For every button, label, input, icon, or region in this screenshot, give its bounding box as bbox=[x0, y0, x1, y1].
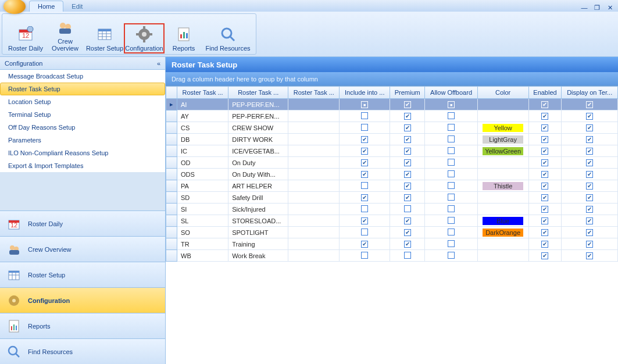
cell-name[interactable]: ICE/VEGETAB... bbox=[228, 145, 288, 157]
checkbox-cell[interactable] bbox=[528, 145, 562, 157]
checkbox-cell[interactable] bbox=[562, 134, 618, 145]
sidebar-item[interactable]: Terminal Setup bbox=[0, 108, 165, 121]
sidebar-item[interactable]: Roster Task Setup bbox=[0, 83, 165, 95]
ribbon-reports[interactable]: Reports bbox=[164, 24, 203, 53]
collapse-chevron-icon[interactable]: « bbox=[157, 60, 160, 67]
ribbon-configuration[interactable]: Configuration bbox=[124, 24, 164, 53]
cell-code[interactable]: DB bbox=[177, 134, 228, 145]
cell-name[interactable]: SPOTLIGHT bbox=[228, 227, 288, 238]
column-header[interactable]: Color bbox=[477, 87, 528, 99]
checkbox-cell[interactable] bbox=[528, 99, 562, 110]
table-row[interactable]: SISick/Injured bbox=[166, 204, 618, 215]
checkbox-cell[interactable] bbox=[340, 250, 390, 262]
checkbox-cell[interactable] bbox=[562, 110, 618, 122]
table-row[interactable]: PAART HELPERThistle bbox=[166, 180, 618, 192]
checkbox-cell[interactable] bbox=[390, 134, 425, 145]
cell-extra[interactable] bbox=[288, 157, 340, 169]
checkbox-cell[interactable] bbox=[562, 145, 618, 157]
checkbox-cell[interactable] bbox=[390, 122, 425, 134]
cell-extra[interactable] bbox=[288, 227, 340, 238]
checkbox-cell[interactable] bbox=[425, 110, 477, 122]
checkbox-cell[interactable] bbox=[528, 169, 562, 180]
checkbox-cell[interactable] bbox=[528, 192, 562, 204]
checkbox-cell[interactable] bbox=[340, 157, 390, 169]
checkbox-cell[interactable] bbox=[562, 250, 618, 262]
cell-color[interactable]: DarkOrange bbox=[477, 227, 528, 238]
checkbox-cell[interactable] bbox=[340, 99, 390, 110]
ribbon-crew-overview[interactable]: Crew Overview bbox=[45, 17, 85, 53]
checkbox-cell[interactable] bbox=[562, 238, 618, 250]
cell-name[interactable]: Work Break bbox=[228, 250, 288, 262]
cell-color[interactable]: YellowGreen bbox=[477, 145, 528, 157]
cell-extra[interactable] bbox=[288, 169, 340, 180]
table-row[interactable]: ODSOn Duty With... bbox=[166, 169, 618, 180]
checkbox-cell[interactable] bbox=[425, 204, 477, 215]
nav-item[interactable]: Roster Setup bbox=[0, 262, 165, 287]
cell-color[interactable] bbox=[477, 110, 528, 122]
checkbox-cell[interactable] bbox=[528, 215, 562, 227]
checkbox-cell[interactable] bbox=[340, 192, 390, 204]
checkbox-cell[interactable] bbox=[390, 250, 425, 262]
cell-extra[interactable] bbox=[288, 238, 340, 250]
checkbox-cell[interactable] bbox=[390, 204, 425, 215]
checkbox-cell[interactable] bbox=[562, 169, 618, 180]
ribbon-roster-daily[interactable]: 12 Roster Daily bbox=[6, 24, 45, 53]
checkbox-cell[interactable] bbox=[528, 238, 562, 250]
cell-code[interactable]: SL bbox=[177, 215, 228, 227]
restore-icon[interactable]: ❐ bbox=[592, 3, 602, 12]
checkbox-cell[interactable] bbox=[562, 215, 618, 227]
cell-color[interactable]: Thistle bbox=[477, 180, 528, 192]
checkbox-cell[interactable] bbox=[340, 145, 390, 157]
cell-extra[interactable] bbox=[288, 134, 340, 145]
cell-name[interactable]: Training bbox=[228, 238, 288, 250]
checkbox-cell[interactable] bbox=[340, 169, 390, 180]
sidebar-item[interactable]: Message Broadcast Setup bbox=[0, 70, 165, 83]
checkbox-cell[interactable] bbox=[562, 122, 618, 134]
checkbox-cell[interactable] bbox=[562, 157, 618, 169]
column-header[interactable]: Include into ... bbox=[340, 87, 390, 99]
cell-code[interactable]: PA bbox=[177, 180, 228, 192]
close-icon[interactable]: ✕ bbox=[605, 3, 615, 12]
nav-item[interactable]: Crew Overview bbox=[0, 236, 165, 262]
checkbox-cell[interactable] bbox=[528, 110, 562, 122]
nav-item[interactable]: 12Roster Daily bbox=[0, 210, 165, 236]
checkbox-cell[interactable] bbox=[425, 134, 477, 145]
column-header[interactable]: Roster Task ... bbox=[228, 87, 288, 99]
checkbox-cell[interactable] bbox=[390, 215, 425, 227]
cell-extra[interactable] bbox=[288, 250, 340, 262]
checkbox-cell[interactable] bbox=[562, 180, 618, 192]
tab-home[interactable]: Home bbox=[29, 1, 63, 12]
checkbox-cell[interactable] bbox=[425, 180, 477, 192]
cell-color[interactable]: LightGray bbox=[477, 134, 528, 145]
table-row[interactable]: TRTraining bbox=[166, 238, 618, 250]
checkbox-cell[interactable] bbox=[425, 215, 477, 227]
group-hint[interactable]: Drag a column header here to group by th… bbox=[166, 72, 618, 86]
checkbox-cell[interactable] bbox=[528, 157, 562, 169]
cell-extra[interactable] bbox=[288, 110, 340, 122]
ribbon-roster-setup[interactable]: Roster Setup bbox=[85, 24, 124, 53]
checkbox-cell[interactable] bbox=[425, 99, 477, 110]
checkbox-cell[interactable] bbox=[340, 227, 390, 238]
cell-extra[interactable] bbox=[288, 215, 340, 227]
cell-code[interactable]: AI bbox=[177, 99, 228, 110]
cell-code[interactable]: SO bbox=[177, 227, 228, 238]
table-row[interactable]: CSCREW SHOWYellow bbox=[166, 122, 618, 134]
cell-color[interactable] bbox=[477, 204, 528, 215]
sidebar-item[interactable]: Location Setup bbox=[0, 95, 165, 108]
cell-name[interactable]: CREW SHOW bbox=[228, 122, 288, 134]
cell-name[interactable]: PEP-PERF.EN... bbox=[228, 99, 288, 110]
checkbox-cell[interactable] bbox=[390, 180, 425, 192]
checkbox-cell[interactable] bbox=[425, 227, 477, 238]
cell-color[interactable] bbox=[477, 157, 528, 169]
cell-code[interactable]: AY bbox=[177, 110, 228, 122]
cell-name[interactable]: DIRTY WORK bbox=[228, 134, 288, 145]
sidebar-item[interactable]: Off Day Reasons Setup bbox=[0, 121, 165, 134]
cell-color[interactable]: Yellow bbox=[477, 122, 528, 134]
cell-color[interactable] bbox=[477, 250, 528, 262]
checkbox-cell[interactable] bbox=[390, 145, 425, 157]
table-row[interactable]: ODOn Duty bbox=[166, 157, 618, 169]
checkbox-cell[interactable] bbox=[390, 157, 425, 169]
checkbox-cell[interactable] bbox=[425, 192, 477, 204]
cell-extra[interactable] bbox=[288, 122, 340, 134]
cell-name[interactable]: ART HELPER bbox=[228, 180, 288, 192]
